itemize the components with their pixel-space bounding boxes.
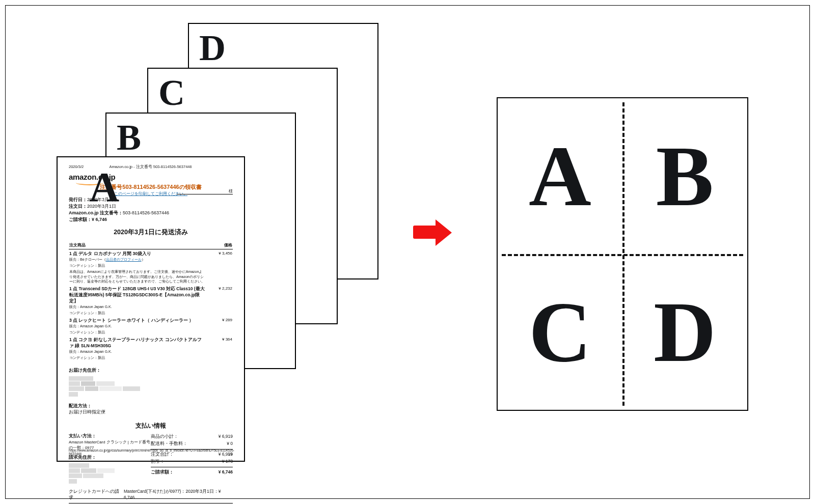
table-cell-price: ¥ 2,232 bbox=[206, 285, 233, 316]
page-a-invoice: A 2020/3/2 Amazon.co.jp - 注文番号 503-81145… bbox=[57, 156, 245, 462]
fourup-sheet: A B C D bbox=[497, 97, 748, 411]
honorific: 様 bbox=[177, 188, 233, 194]
meta-total-value: ¥ 6,746 bbox=[92, 217, 107, 222]
cc-value: MasterCard(下4けた)が0977)：2020年3月1日：¥ 6,746 bbox=[124, 489, 233, 501]
payment-columns: 支払い方法： Amazon MasterCard クラシック | カード番号の一… bbox=[69, 433, 233, 484]
table-cell-item: 1 点 Transcend SDカード 128GB UHS-I U3 V30 対… bbox=[69, 285, 206, 316]
fourup-cell-d: D bbox=[622, 254, 747, 410]
fourup-cell-b: B bbox=[622, 98, 747, 254]
fourup-a-letter: A bbox=[529, 127, 591, 226]
meta-orderno-label: Amazon.co.jp 注文番号： bbox=[69, 210, 123, 215]
table-row: 1 点 コクヨ 針なしステープラー ハリナックス コンパクトアルファ 緑 SLN… bbox=[69, 335, 233, 361]
cc-label: クレジットカードへの請求 bbox=[69, 489, 124, 501]
fourup-d-letter: D bbox=[654, 283, 716, 382]
table-cell-price: ¥ 289 bbox=[206, 316, 233, 335]
meta-orderno-value: 503-8114526-5637446 bbox=[123, 210, 169, 215]
pay-method-h: 支払い方法： bbox=[69, 433, 151, 439]
table-cell-item: 1 点 コクヨ 針なしステープラー ハリナックス コンパクトアルファ 緑 SLN… bbox=[69, 335, 206, 361]
invoice-meta: 発行日：2020年3月2日 注文日：2020年3月1日 Amazon.co.jp… bbox=[69, 197, 233, 223]
table-cell-item: 1 点 デルタ ロカボナッツ 月間 30袋入り販売：Beクローバー（出品者のプロ… bbox=[69, 249, 206, 285]
meta-issued-label: 発行日： bbox=[69, 197, 87, 202]
payment-heading: 支払い情報 bbox=[69, 422, 233, 430]
shipmethod-heading: 配送方法： bbox=[69, 403, 233, 409]
page-b-letter: B bbox=[117, 117, 141, 159]
address-mosaic bbox=[69, 376, 233, 397]
pr4l: 割引： bbox=[151, 459, 165, 465]
billto-mosaic bbox=[69, 463, 151, 484]
table-row: 1 点 デルタ ロカボナッツ 月間 30袋入り販売：Beクローバー（出品者のプロ… bbox=[69, 249, 233, 285]
pr1v: ¥ 6,919 bbox=[219, 434, 233, 440]
inv-top-date: 2020/3/2 bbox=[69, 164, 84, 170]
fourup-fold-v bbox=[622, 102, 624, 406]
table-row: 1 点 Transcend SDカード 128GB UHS-I U3 V30 対… bbox=[69, 285, 233, 316]
address-heading: お届け先住所： bbox=[69, 367, 233, 374]
fourup-cell-c: C bbox=[498, 254, 622, 410]
table-cell-item: 3 点 レックヒート シーラー ホワイト（ ハンディシーラー ）販売：Amazo… bbox=[69, 316, 206, 335]
shipmethod-value: お届け日時指定便 bbox=[69, 409, 233, 415]
pr4v: -¥ 173 bbox=[221, 459, 233, 465]
meta-orderdate-value: 2020年3月1日 bbox=[87, 204, 116, 209]
footer-url: https://www.amazon.co.jp/gp/css/summary/… bbox=[69, 449, 244, 456]
page-d-letter: D bbox=[199, 27, 226, 69]
meta-issued-value: 2020年3月2日 bbox=[87, 197, 116, 202]
col-price: 価格 bbox=[206, 242, 233, 249]
col-item: 注文商品 bbox=[69, 242, 206, 249]
meta-total-label: ご請求額： bbox=[69, 217, 92, 222]
pr5v: ¥ 6,746 bbox=[219, 469, 233, 475]
table-cell-price: ¥ 3,456 bbox=[206, 249, 233, 285]
amazon-logo-text: amazon.co.jp bbox=[69, 173, 115, 181]
table-cell-price: ¥ 364 bbox=[206, 335, 233, 361]
fourup-b-letter: B bbox=[656, 127, 714, 226]
table-row: 3 点 レックヒート シーラー ホワイト（ ハンディシーラー ）販売：Amazo… bbox=[69, 316, 233, 335]
meta-orderdate-label: 注文日： bbox=[69, 204, 87, 209]
inv-top-center: Amazon.co.jp - 注文番号 503-8114526-5637446 bbox=[110, 164, 192, 170]
pr2l: 配送料・手数料： bbox=[151, 441, 187, 447]
shipped-heading: 2020年3月1日に発送済み bbox=[69, 228, 233, 237]
arrow-icon bbox=[413, 219, 454, 246]
fourup-c-letter: C bbox=[529, 283, 591, 382]
diagram-frame: D C B A 2020/3/2 Amazon.co.jp - 注文番号 503… bbox=[5, 5, 810, 499]
pr2v: ¥ 0 bbox=[227, 441, 233, 447]
pr1l: 商品の小計： bbox=[151, 434, 178, 440]
fourup-cell-a: A bbox=[498, 98, 622, 254]
items-table: 注文商品 価格 1 点 デルタ ロカボナッツ 月間 30袋入り販売：Beクローバ… bbox=[69, 242, 233, 360]
page-c-letter: C bbox=[158, 72, 185, 114]
footer-page: 1/1 bbox=[228, 452, 233, 456]
pr5l: ご請求額： bbox=[151, 469, 174, 475]
